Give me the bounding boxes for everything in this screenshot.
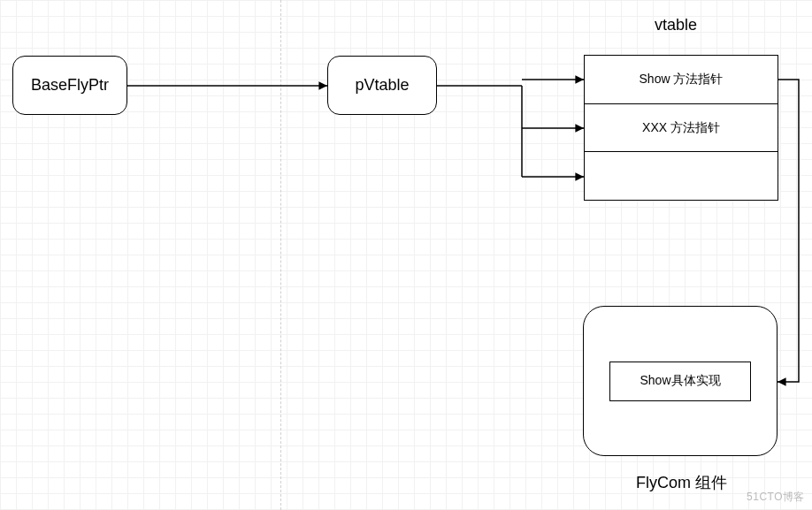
vtable-row-empty xyxy=(585,152,778,200)
vtable-row-xxx: XXX 方法指针 xyxy=(585,104,778,153)
flycom-box: Show具体实现 xyxy=(583,306,778,456)
diagram-canvas: BaseFlyPtr pVtable vtable Show 方法指针 XXX … xyxy=(0,0,812,510)
vertical-dash-guide xyxy=(280,0,281,510)
vtable-title: vtable xyxy=(655,16,697,34)
pvtable-box: pVtable xyxy=(327,56,437,115)
show-impl-label: Show具体实现 xyxy=(640,373,720,389)
watermark: 51CTO博客 xyxy=(747,490,805,505)
baseflyptr-box: BaseFlyPtr xyxy=(12,56,127,115)
baseflyptr-label: BaseFlyPtr xyxy=(31,76,109,95)
show-impl-box: Show具体实现 xyxy=(609,362,751,401)
flycom-title: FlyCom 组件 xyxy=(636,472,727,493)
arrow-show-to-flycom xyxy=(778,80,799,382)
pvtable-label: pVtable xyxy=(355,76,409,95)
vtable-box: Show 方法指针 XXX 方法指针 xyxy=(584,55,778,201)
vtable-row-show: Show 方法指针 xyxy=(585,56,778,104)
